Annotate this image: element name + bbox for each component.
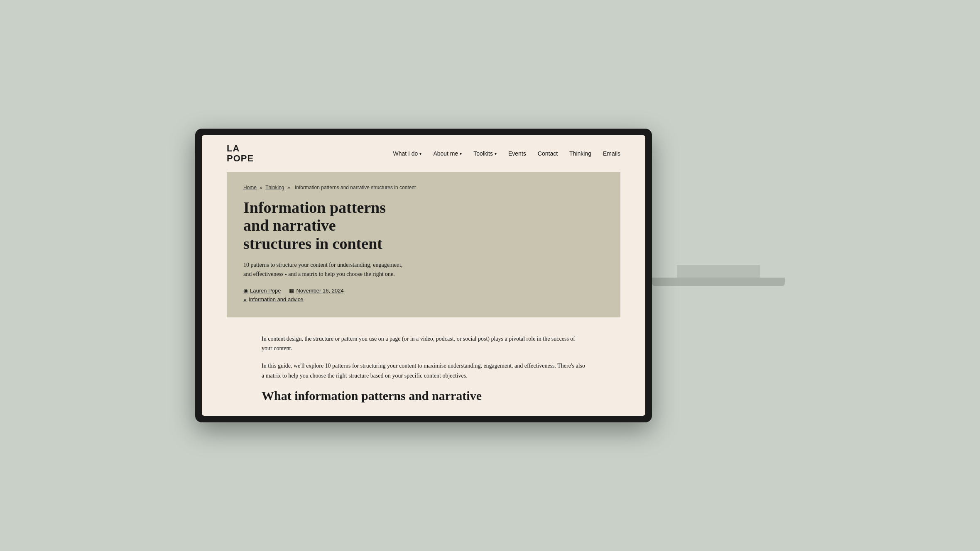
meta-row-1: ◉ Lauren Pope ▦ November 16, 2024 xyxy=(243,288,604,294)
calendar-icon: ▦ xyxy=(289,288,294,294)
breadcrumb-separator1: » xyxy=(260,185,262,190)
article-date[interactable]: ▦ November 16, 2024 xyxy=(289,288,343,294)
site-nav: What I do ▾ About me ▾ Toolkits ▾ Events xyxy=(393,150,620,157)
article-author[interactable]: ◉ Lauren Pope xyxy=(243,288,281,294)
meta-row-2: ⬥ Information and advice xyxy=(243,296,604,302)
chevron-down-icon: ▾ xyxy=(419,151,421,156)
article-body: In content design, the structure or patt… xyxy=(237,317,610,416)
website: LA POPE What I do ▾ About me ▾ Toolkits … xyxy=(202,135,645,415)
article-meta: ◉ Lauren Pope ▦ November 16, 2024 ⬥ Info… xyxy=(243,288,604,302)
breadcrumb-separator2: » xyxy=(287,185,290,190)
nav-emails[interactable]: Emails xyxy=(603,150,620,157)
body-paragraph-2: In this guide, we'll explore 10 patterns… xyxy=(262,361,586,381)
nav-contact[interactable]: Contact xyxy=(538,150,558,157)
logo-line2: POPE xyxy=(227,154,254,163)
stand-neck xyxy=(677,265,760,278)
article-subtitle: 10 patterns to structure your content fo… xyxy=(243,261,409,279)
nav-what-i-do[interactable]: What I do ▾ xyxy=(393,150,421,157)
body-paragraph-1: In content design, the structure or patt… xyxy=(262,334,586,354)
breadcrumb-home[interactable]: Home xyxy=(243,185,257,190)
nav-toolkits[interactable]: Toolkits ▾ xyxy=(473,150,497,157)
breadcrumb: Home » Thinking » Information patterns a… xyxy=(243,185,604,190)
hero-section: Home » Thinking » Information patterns a… xyxy=(227,172,620,317)
article-tag[interactable]: ⬥ Information and advice xyxy=(243,296,304,302)
site-header: LA POPE What I do ▾ About me ▾ Toolkits … xyxy=(202,135,645,172)
monitor-base xyxy=(652,265,785,286)
section-heading: What information patterns and narrative xyxy=(262,388,586,403)
article-title: Information patterns and narrative struc… xyxy=(243,199,401,253)
tag-icon: ⬥ xyxy=(243,296,247,302)
chevron-down-icon: ▾ xyxy=(495,151,497,156)
breadcrumb-current: Information patterns and narrative struc… xyxy=(295,185,416,190)
monitor-frame: LA POPE What I do ▾ About me ▾ Toolkits … xyxy=(195,129,652,422)
nav-about-me[interactable]: About me ▾ xyxy=(433,150,462,157)
monitor-screen: LA POPE What I do ▾ About me ▾ Toolkits … xyxy=(202,135,645,415)
site-logo[interactable]: LA POPE xyxy=(227,144,254,163)
chevron-down-icon: ▾ xyxy=(460,151,462,156)
logo-line1: LA xyxy=(227,144,254,154)
nav-events[interactable]: Events xyxy=(508,150,526,157)
person-icon: ◉ xyxy=(243,288,248,294)
nav-thinking[interactable]: Thinking xyxy=(569,150,591,157)
breadcrumb-thinking[interactable]: Thinking xyxy=(265,185,284,190)
stand-foot xyxy=(652,278,785,286)
